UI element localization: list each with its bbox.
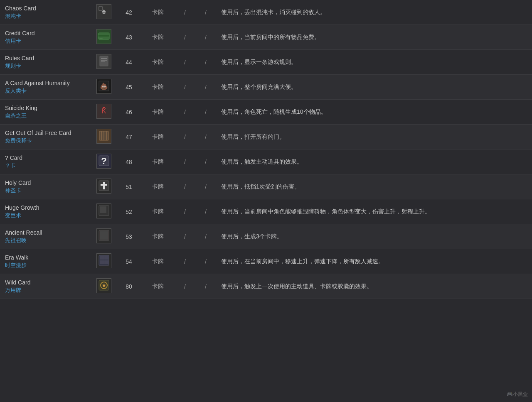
item-icon-cell: 💩	[91, 75, 116, 100]
item-name-zh: 自杀之王	[5, 112, 86, 120]
item-desc: 使用后，整个房间充满大便。	[216, 75, 532, 100]
svg-text:♠: ♠	[102, 7, 106, 15]
item-icon	[96, 129, 111, 144]
item-icon-cell	[91, 25, 116, 50]
item-icon	[96, 54, 111, 69]
item-type: 卡牌	[141, 249, 175, 274]
item-desc: 使用后，触发上一次使用的主动道具、卡牌或胶囊的效果。	[216, 274, 532, 299]
item-desc: 使用后，当前房间中角色能够摧毁障碍物，角色体型变大，伤害上升，射程上升。	[216, 199, 532, 224]
item-name-en: Huge Growth	[5, 204, 86, 211]
item-slash2: /	[195, 150, 216, 174]
item-name-zh: 神圣卡	[5, 187, 86, 194]
item-slash2: /	[195, 125, 216, 150]
item-icon-cell	[91, 224, 116, 249]
item-icon-cell: ♠	[91, 0, 116, 25]
item-desc: 使用后，生成3个卡牌。	[216, 224, 532, 249]
item-name-zh: 先祖召唤	[5, 237, 86, 244]
item-id: 54	[116, 249, 141, 274]
svg-rect-41	[104, 235, 108, 240]
item-name-zh: 万用牌	[5, 287, 86, 294]
item-slash2: /	[195, 25, 216, 50]
table-row: A Card Against Humanity 反人类卡 💩 45 卡牌 / /…	[0, 75, 532, 100]
item-name-cell: Huge Growth 变巨术	[0, 199, 91, 224]
item-icon: K♥	[96, 104, 111, 119]
table-row: Ancient Recall 先祖召唤 53 卡牌 / / 使用后，生成3个卡牌…	[0, 224, 532, 249]
item-name-cell: Suicide King 自杀之王	[0, 100, 91, 125]
item-slash1: /	[175, 75, 195, 100]
item-icon-cell: K♥	[91, 100, 116, 125]
svg-rect-39	[104, 231, 108, 235]
item-desc: 使用后，触发主动道具的效果。	[216, 150, 532, 174]
item-name-cell: Rules Card 规则卡	[0, 50, 91, 75]
item-name-cell: A Card Against Humanity 反人类卡	[0, 75, 91, 100]
item-type: 卡牌	[141, 100, 175, 125]
item-name-cell: Credit Card 信用卡	[0, 25, 91, 50]
item-name-cell: Era Walk 时空漫步	[0, 249, 91, 274]
item-slash1: /	[175, 199, 195, 224]
item-icon	[96, 29, 111, 44]
item-desc: 使用后，丢出混沌卡，消灭碰到的敌人。	[216, 0, 532, 25]
svg-rect-47	[104, 260, 108, 264]
item-name-en: A Card Against Humanity	[5, 80, 86, 86]
item-name-zh: 变巨术	[5, 212, 86, 219]
item-id: 46	[116, 100, 141, 125]
item-name-en: Credit Card	[5, 30, 86, 37]
item-desc: 使用后，抵挡1次受到的伤害。	[216, 174, 532, 199]
item-icon: ♠	[96, 4, 111, 19]
item-slash2: /	[195, 100, 216, 125]
table-row: Huge Growth 变巨术 52 卡牌 / / 使用后，当前房间中角色能够摧…	[0, 199, 532, 224]
item-icon: ?	[96, 154, 111, 169]
item-desc: 使用后，打开所有的门。	[216, 125, 532, 150]
svg-rect-38	[100, 231, 104, 235]
svg-rect-46	[100, 260, 104, 264]
item-type: 卡牌	[141, 274, 175, 299]
item-icon-cell	[91, 50, 116, 75]
item-slash1: /	[175, 274, 195, 299]
item-name-zh: 反人类卡	[5, 87, 86, 95]
item-name-zh: 混沌卡	[5, 12, 86, 20]
item-name-en: Rules Card	[5, 55, 86, 61]
item-type: 卡牌	[141, 0, 175, 25]
item-name-zh: 时空漫步	[5, 262, 86, 269]
item-type: 卡牌	[141, 150, 175, 174]
svg-rect-29	[101, 184, 107, 186]
watermark: 🎮小黑盒	[507, 391, 528, 398]
item-icon-cell: ★	[91, 274, 116, 299]
item-icon-cell	[91, 199, 116, 224]
item-icon: ★	[96, 278, 111, 293]
item-desc: 使用后，在当前房间中，移速上升，弹速下降，所有敌人减速。	[216, 249, 532, 274]
svg-rect-40	[100, 235, 104, 240]
item-name-en: Era Walk	[5, 254, 86, 261]
item-slash1: /	[175, 100, 195, 125]
item-name-en: Get Out Of Jail Free Card	[5, 130, 86, 136]
svg-rect-45	[104, 256, 108, 260]
item-type: 卡牌	[141, 224, 175, 249]
item-icon-cell	[91, 249, 116, 274]
item-id: 44	[116, 50, 141, 75]
item-type: 卡牌	[141, 174, 175, 199]
svg-rect-44	[100, 256, 104, 260]
table-row: Chaos Card 混沌卡 ♠ 42 卡牌 / / 使用后，丢出混沌卡，消灭碰…	[0, 0, 532, 25]
svg-text:★: ★	[101, 282, 107, 289]
item-slash1: /	[175, 224, 195, 249]
item-name-en: Wild Card	[5, 279, 86, 286]
item-id: 53	[116, 224, 141, 249]
svg-text:?: ?	[101, 156, 106, 166]
table-row: ? Card ？卡 ? 48 卡牌 / / 使用后，触发主动道具的效果。	[0, 150, 532, 174]
item-type: 卡牌	[141, 25, 175, 50]
table-row: Rules Card 规则卡 44 卡牌 / / 使用后，显示一条游戏规则。	[0, 50, 532, 75]
svg-rect-32	[100, 206, 103, 210]
item-desc: 使用后，角色死亡，随机生成10个物品。	[216, 100, 532, 125]
item-name-en: Chaos Card	[5, 5, 86, 12]
item-id: 51	[116, 174, 141, 199]
item-name-zh: ？卡	[5, 162, 86, 169]
table-row: Get Out Of Jail Free Card 免费保释卡 47 卡牌 / …	[0, 125, 532, 150]
item-name-zh: 信用卡	[5, 37, 86, 45]
item-name-en: Suicide King	[5, 105, 86, 111]
item-desc: 使用后，当前房间中的所有物品免费。	[216, 25, 532, 50]
item-icon	[96, 253, 111, 268]
item-icon	[96, 203, 111, 218]
items-table: Chaos Card 混沌卡 ♠ 42 卡牌 / / 使用后，丢出混沌卡，消灭碰…	[0, 0, 532, 299]
item-type: 卡牌	[141, 199, 175, 224]
item-name-zh: 规则卡	[5, 62, 86, 70]
